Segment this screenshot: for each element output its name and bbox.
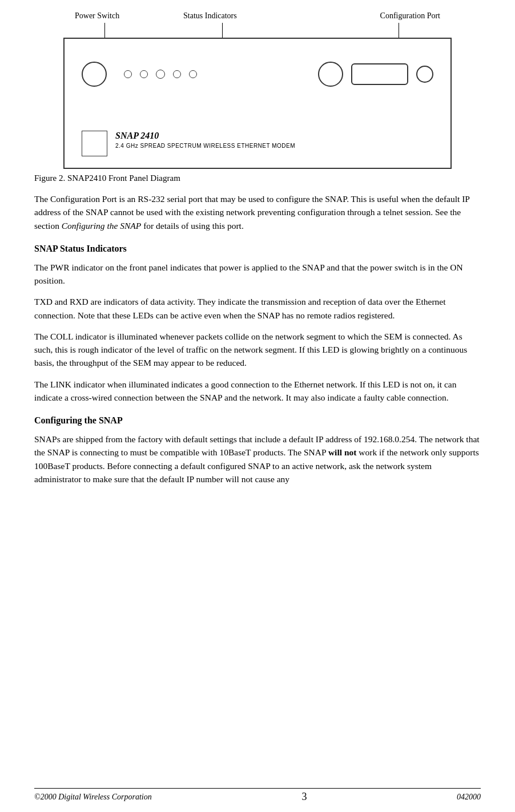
snap-status-heading: SNAP Status Indicators	[34, 244, 481, 254]
config-circle-right	[416, 66, 433, 83]
footer-copyright: ©2000 Digital Wireless Corporation	[34, 793, 152, 802]
figure-caption: Figure 2. SNAP2410 Front Panel Diagram	[34, 173, 481, 183]
led-1	[124, 70, 132, 78]
power-switch-circle	[82, 62, 107, 87]
configuring-the-snap-italic: Configuring the SNAP	[62, 221, 142, 231]
page-footer: ©2000 Digital Wireless Corporation 3 042…	[34, 788, 481, 803]
configuring-snap-heading: Configuring the SNAP	[34, 415, 481, 426]
coll-paragraph: The COLL indicator is illuminated whenev…	[34, 330, 481, 370]
snap-text-block: SNAP 2410 2.4 GHz SPREAD SPECTRUM WIRELE…	[115, 131, 295, 149]
will-not-text: will not	[328, 447, 357, 457]
config-circle-left	[318, 62, 343, 87]
led-3	[156, 70, 165, 79]
txd-rxd-paragraph: TXD and RXD are indicators of data activ…	[34, 295, 481, 322]
led-2	[140, 70, 148, 78]
diagram-container: Power Switch Status Indicators Configura…	[34, 11, 481, 169]
snap-subtitle: 2.4 GHz SPREAD SPECTRUM WIRELESS ETHERNE…	[115, 143, 295, 149]
footer-page-number: 3	[301, 791, 307, 803]
snap-logo-box	[82, 131, 107, 156]
led-5	[189, 70, 197, 78]
leds-row	[124, 70, 197, 79]
link-paragraph: The LINK indicator when illuminated indi…	[34, 378, 481, 405]
config-port-area	[318, 62, 433, 87]
footer-doc-number: 042000	[457, 793, 481, 802]
pwr-paragraph: The PWR indicator on the front panel ind…	[34, 261, 481, 288]
snaps-shipped-paragraph: SNAPs are shipped from the factory with …	[34, 433, 481, 486]
label-power: Power Switch	[75, 11, 119, 21]
led-4	[173, 70, 181, 78]
config-port-end-text: for details of using this port.	[141, 221, 244, 231]
panel-bottom: SNAP 2410 2.4 GHz SPREAD SPECTRUM WIRELE…	[82, 131, 295, 156]
front-panel-diagram: SNAP 2410 2.4 GHz SPREAD SPECTRUM WIRELE…	[63, 38, 452, 169]
config-port-paragraph: The Configuration Port is an RS-232 seri…	[34, 192, 481, 232]
config-port-connector	[351, 63, 408, 85]
panel-top-row	[65, 62, 450, 87]
diagram-wrapper: Power Switch Status Indicators Configura…	[63, 11, 452, 169]
label-config: Configuration Port	[380, 11, 440, 21]
snap-model: SNAP 2410	[115, 131, 295, 141]
label-status: Status Indicators	[183, 11, 237, 21]
